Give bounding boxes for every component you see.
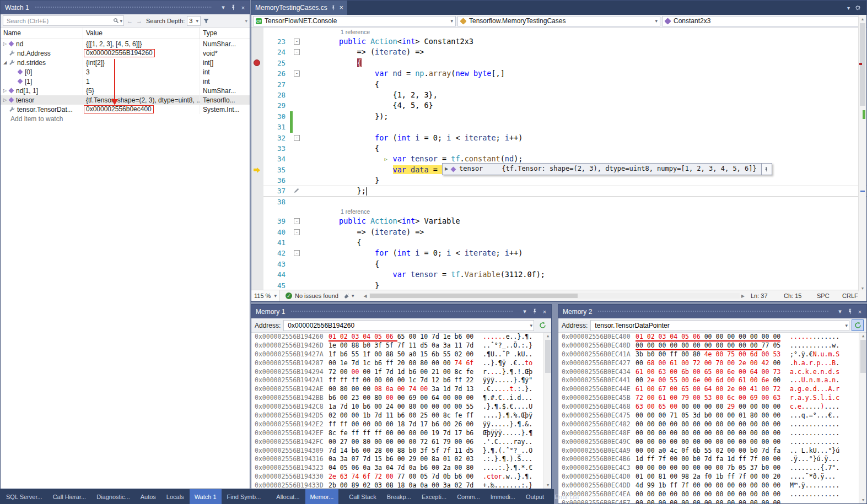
- breakpoint-margin[interactable]: [251, 58, 263, 68]
- memory2-body[interactable]: 0x000002556B0EC40001 02 03 04 05 06 00 0…: [558, 333, 866, 503]
- pin-icon[interactable]: [846, 307, 854, 316]
- memory-row[interactable]: 0x000002556B0EC4EA00 00 00 00 00 00 00 0…: [558, 490, 866, 499]
- memory-row[interactable]: 0x000002556B1942FC00 27 00 80 00 00 00 0…: [251, 438, 551, 447]
- window-position-icon[interactable]: ▾: [219, 3, 228, 12]
- tool-window-tab[interactable]: Excepti...: [417, 489, 451, 504]
- hscroll-left-icon[interactable]: ◀: [362, 294, 368, 299]
- memory-row[interactable]: 0x000002556B1942C81a 7d 10 b6 00 24 00 8…: [251, 403, 551, 411]
- project-dropdown[interactable]: C# TensorFlowNET.Console ▾: [253, 16, 456, 26]
- code-line[interactable]: 36 }: [251, 175, 866, 186]
- code-line[interactable]: 39- public Action<int> Variable: [251, 216, 866, 226]
- watch-value[interactable]: 1: [86, 78, 90, 85]
- code-line[interactable]: 32- for (int i = 0; i < iterate; i++): [251, 133, 866, 143]
- expander-icon[interactable]: ◢: [2, 60, 8, 65]
- breakpoint-margin[interactable]: [251, 133, 263, 143]
- memory-row[interactable]: 0x000002556B0EC40001 02 03 04 05 06 00 0…: [558, 333, 866, 342]
- window-position-icon[interactable]: ▾: [520, 307, 529, 316]
- outlining-margin[interactable]: -: [293, 227, 301, 237]
- code-line[interactable]: 41 {: [251, 237, 866, 248]
- breakpoint-margin[interactable]: [251, 175, 263, 186]
- memory2-titlebar[interactable]: Memory 2 ▾ ×: [558, 305, 866, 318]
- memory1-address-combo[interactable]: ▾: [283, 320, 534, 331]
- code-line[interactable]: 31: [251, 122, 866, 132]
- chevron-down-icon[interactable]: ▾: [845, 323, 848, 328]
- code-line[interactable]: 45 }: [251, 280, 866, 290]
- memory-row[interactable]: 0x000002556B0EC47500 00 00 71 05 3d b0 0…: [558, 411, 866, 420]
- outlining-margin[interactable]: -: [293, 47, 301, 57]
- search-prev-icon[interactable]: ←: [126, 18, 133, 24]
- code-cleanup-icon[interactable]: ▾: [344, 292, 362, 299]
- watch-value[interactable]: {int[2]}: [86, 59, 105, 67]
- outlining-margin[interactable]: [293, 186, 301, 196]
- tool-window-tab[interactable]: Watch 1: [190, 489, 222, 504]
- collapse-icon[interactable]: -: [294, 49, 300, 55]
- code-line[interactable]: 26- var nd = np.array(new byte[,]: [251, 68, 866, 79]
- breakpoint-margin[interactable]: [251, 28, 263, 36]
- outlining-margin[interactable]: [293, 58, 301, 68]
- memory-row[interactable]: 0x000002556B0EC45B72 00 61 00 79 00 53 0…: [558, 394, 866, 403]
- memory-row[interactable]: 0x000002556B0EC48F00 00 00 00 00 00 00 0…: [558, 429, 866, 438]
- code-line[interactable]: 33 {: [251, 143, 866, 154]
- refresh-icon[interactable]: [852, 320, 863, 330]
- vscroll-thumb[interactable]: [545, 340, 551, 373]
- tool-window-tab[interactable]: Comm...: [452, 489, 485, 504]
- horizontal-scrollbar[interactable]: ◀ ▶: [362, 290, 746, 301]
- code-line[interactable]: 43 {: [251, 259, 866, 269]
- outlining-margin[interactable]: [293, 259, 301, 269]
- vscroll-thumb[interactable]: [860, 340, 866, 373]
- memory-row[interactable]: 0x000002556B0EC42700 68 00 61 00 72 00 7…: [558, 359, 866, 368]
- outlining-margin[interactable]: [293, 79, 301, 90]
- collapse-icon[interactable]: -: [294, 71, 300, 77]
- outlining-margin[interactable]: [293, 280, 301, 290]
- watch-row[interactable]: [0]3int: [1, 67, 250, 77]
- tool-window-tab[interactable]: Breakp...: [382, 489, 416, 504]
- watch-row[interactable]: ▷tensor{tf.Tensor: shape=(2, 3), dtype=u…: [1, 95, 250, 105]
- memory-row[interactable]: 0x000002556B19427A1f b6 55 1f 00 88 50 a…: [251, 350, 551, 359]
- breakpoint-margin[interactable]: [251, 165, 263, 175]
- tool-window-tab[interactable]: Error List: [550, 489, 584, 504]
- code-line[interactable]: 38: [251, 197, 866, 207]
- search-input[interactable]: [6, 17, 113, 25]
- vscroll-down-icon[interactable]: ▼: [859, 285, 866, 291]
- expander-icon[interactable]: ▷: [2, 41, 8, 46]
- pin-icon[interactable]: [229, 3, 238, 12]
- column-header-type[interactable]: Type: [200, 28, 250, 39]
- column-header-value[interactable]: Value: [83, 28, 200, 39]
- breakpoint-margin[interactable]: [251, 90, 263, 100]
- breakpoint-margin[interactable]: [251, 36, 263, 47]
- memory-row[interactable]: 0x000002556B1942BBb6 00 23 00 80 00 00 6…: [251, 394, 551, 403]
- breakpoint-margin[interactable]: [251, 143, 263, 154]
- watch-row[interactable]: ◢nd.strides{int[2]}int[]: [1, 58, 250, 67]
- method-dropdown[interactable]: Constant2x3 ▾: [662, 16, 865, 26]
- memory-row[interactable]: 0x000002556B0EC4F700 00 00 00 00 00 00 0…: [558, 499, 866, 503]
- memory-row[interactable]: 0x000002556B19426D1e 00 88 b0 3f 5f 7f 1…: [251, 342, 551, 350]
- code-line[interactable]: 40- => (iterate) =>: [251, 227, 866, 237]
- code-line[interactable]: 27 {: [251, 79, 866, 90]
- code-line[interactable]: 28 {1, 2, 3},: [251, 90, 866, 100]
- watch-value[interactable]: {[[1, 2, 3], [4, 5, 6]]}: [86, 40, 142, 48]
- hscroll-right-icon[interactable]: ▶: [740, 294, 746, 299]
- memory-row[interactable]: 0x000002556B0EC4B61d ff 7f 00 00 b0 7d f…: [558, 455, 866, 464]
- code-line[interactable]: 23- public Action<int> Constant2x3: [251, 36, 866, 47]
- code-line[interactable]: 35 var data = ▶tensor{tf.Tensor: shape=(…: [251, 165, 866, 175]
- memory-row[interactable]: 0x000002556B1942A1ff ff ff 00 00 00 00 1…: [251, 376, 551, 385]
- memory-row[interactable]: 0x000002556B1943097d 14 b6 00 28 00 88 b…: [251, 447, 551, 456]
- watch-value-annotated[interactable]: 0x000002556B194260: [84, 49, 155, 57]
- code-line[interactable]: 30 });: [251, 111, 866, 122]
- toolbar-overflow-icon[interactable]: ▾: [245, 18, 247, 24]
- memory-row[interactable]: 0x000002556B19428700 1e 7d 1c b6 ff 20 0…: [251, 359, 551, 368]
- breakpoint-margin[interactable]: [251, 259, 263, 269]
- tool-window-tab[interactable]: Immedi...: [486, 489, 520, 504]
- vscroll-down-icon[interactable]: ▼: [859, 497, 866, 503]
- tool-window-tab[interactable]: Locals: [161, 489, 189, 504]
- watch-search-box[interactable]: ▾: [3, 15, 124, 26]
- memory-row[interactable]: 0x000002556B0EC4DD4d 99 1b ff 7f 00 00 0…: [558, 481, 866, 490]
- memory-row[interactable]: 0x000002556B1943302e 63 74 6f 72 00 77 0…: [251, 473, 551, 481]
- toolbox-settings-icon[interactable]: [854, 4, 861, 11]
- code-line[interactable]: 29 {4, 5, 6}: [251, 100, 866, 111]
- memory2-address-combo[interactable]: ▾: [590, 320, 849, 331]
- memory-row[interactable]: 0x000002556B1942AE00 80 00 00 08 0a 00 7…: [251, 385, 551, 394]
- collapse-icon[interactable]: -: [294, 229, 300, 235]
- tool-window-tab[interactable]: Allocat...: [271, 489, 304, 504]
- code-line[interactable]: 24- => (iterate) =>: [251, 47, 866, 57]
